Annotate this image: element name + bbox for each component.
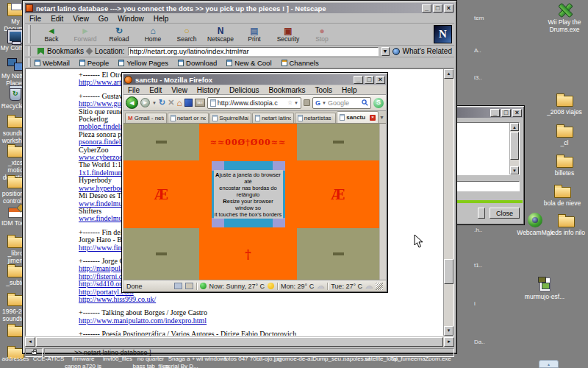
resize-grip[interactable] [376,283,383,290]
personal-toolbar-download[interactable]: Download [178,59,217,67]
tab-netart-or-nota-[interactable]: netart or nota.. [168,113,209,123]
toolbar-grip[interactable] [28,25,31,43]
address-bar[interactable]: http://www.distopia.c ☆ ▼ [207,97,301,109]
dialog-minimize-button[interactable]: _ [490,109,500,117]
menu-edit[interactable]: Edit [51,15,63,23]
desktop-icon-label[interactable]: Snaga a + serial By D... [165,355,198,368]
personal-toolbar-new-cool[interactable]: New & Cool [226,59,271,67]
desktop-icon-murmujo-file[interactable]: murmujo-esf... [524,277,565,300]
personal-toolbar-people[interactable]: People [79,59,110,67]
scroll-up-arrow[interactable]: ▲ [444,69,453,79]
horizontal-scrollbar-thumb[interactable] [36,337,443,347]
search-box[interactable]: G ▼ Google [312,97,371,109]
bookmark-star-icon[interactable]: ☆ [287,99,293,106]
weather-now[interactable]: Now: Sunny, 27° C [209,283,265,290]
locbar-grip[interactable] [28,46,31,56]
menu-edit[interactable]: Edit [149,86,162,94]
personal-toolbar-channels[interactable]: Channels [282,59,319,67]
personal-toolbar-grip[interactable] [28,58,31,67]
maximize-button[interactable]: □ [433,4,442,13]
dialog-scroll-down-arrow[interactable]: ▼ [510,166,519,174]
tag-icon[interactable] [304,99,310,106]
netscape-button[interactable]: NNetscape [204,24,237,44]
weather-mon[interactable]: Mon: 29° C [281,283,314,290]
tab-netart-latino-d-[interactable]: netart latino d.. [252,113,294,123]
home-button[interactable]: ⌂ [176,98,182,108]
firefox-close-button[interactable]: × [376,76,385,84]
reload-button[interactable]: ↻Reload [102,24,136,44]
weather-tue[interactable]: Tue: 27° C [331,283,362,290]
desktop-icon-folder-2008-viajes[interactable]: _2008 viajes [544,92,585,116]
personal-toolbar-yellow-pages[interactable]: Yellow Pages [118,59,168,67]
statusbar-grid-icon[interactable] [185,283,193,289]
dialog-maximize-button[interactable]: □ [501,109,511,117]
menu-view[interactable]: View [171,86,187,94]
menu-history[interactable]: History [197,86,220,94]
google-engine-icon[interactable]: G [315,99,320,107]
minimize-button[interactable]: _ [422,4,431,13]
menu-go[interactable]: Go [98,15,108,23]
scroll-right-arrow[interactable]: ► [444,337,454,347]
dialog-close-button[interactable]: Close [490,208,520,219]
menu-file[interactable]: File [29,15,41,23]
forward-button[interactable]: ► [140,98,150,107]
page-link[interactable]: http://www.manipulatto.com/indexpro.html [79,317,443,325]
tab-gmail-netart-[interactable]: MGmail - netart.. [125,113,167,123]
dialog-partial-button[interactable] [478,208,485,219]
dialog-list-scrollbar[interactable]: ▲ ▼ [509,123,519,174]
statusbar-image-icon[interactable] [174,283,182,289]
back-button[interactable]: ◄Back [35,24,68,44]
reload-button[interactable]: ↻ [159,98,165,107]
menu-view[interactable]: View [73,15,89,23]
menu-window[interactable]: Window [118,15,144,23]
vertical-scrollbar[interactable]: ▲ ▼ [443,69,453,336]
security-lock-icon[interactable] [25,348,43,357]
desktop-icon-folder-leds-info-nilo[interactable]: _leds info nilo [545,213,587,236]
close-button[interactable]: × [444,4,453,13]
firefox-titlebar[interactable]: sanctu - Mozilla Firefox _ □ × [123,74,386,85]
desktop-icon-folder-billetes[interactable]: billetes [544,153,585,177]
search-magnifier-icon[interactable] [362,99,368,106]
home-button[interactable]: ⌂Home [136,24,170,44]
page-link[interactable]: http://www.hiss999.co.uk/ [79,296,443,303]
tab-list-dropdown[interactable]: ▼ [379,115,384,120]
menu-file[interactable]: File [128,86,140,94]
dialog-scrollbar-thumb[interactable] [510,132,519,160]
tab-squirrelmail-1-[interactable]: SquirrelMail 1.. [209,113,251,123]
location-dropdown[interactable]: ▼ [381,47,390,56]
horizontal-scrollbar[interactable]: ◄ ► [25,337,454,347]
desktop-icon-label[interactable]: firmware canon a720 is [65,355,101,368]
desktop-icon-label[interactable]: no quarter bass tab_files [133,355,169,368]
location-input[interactable]: http://netart.org.uy/latino/index.html#a… [128,47,379,56]
address-dropdown[interactable]: ▼ [294,101,298,105]
desktop-icon-folder-cl[interactable]: _cl [544,123,585,146]
netscape-titlebar[interactable]: netart latino database ---> you connect … [25,3,454,13]
back-history-dropdown[interactable]: ▼ [152,101,157,105]
search-engine-dropdown[interactable]: ▼ [322,101,326,105]
delicious-tag-button[interactable]: TAG [195,99,205,107]
search-button[interactable]: ○Search [170,24,204,44]
back-button[interactable]: ◄ [126,96,138,109]
firefox-minimize-button[interactable]: _ [354,76,363,84]
menu-help[interactable]: Help [154,15,169,23]
desktop-icon-wii-play-the-drums[interactable]: Wii Play the Drums.exe [544,2,585,33]
whats-related-button[interactable]: What's Related [403,47,453,55]
tab-netartistas-lati-[interactable]: netartistas lati.. [295,113,337,123]
skype-extension-icon[interactable]: S [373,98,384,108]
menu-bookmarks[interactable]: Bookmarks [269,86,306,94]
firefox-maximize-button[interactable]: □ [365,76,374,84]
dialog-close-x-button[interactable]: × [512,109,522,117]
dialog-scroll-up-arrow[interactable]: ▲ [510,123,519,131]
menu-help[interactable]: Help [342,86,357,94]
desktop-icon-folder-bola-de-nieve[interactable]: bola de nieve [542,183,583,207]
print-button[interactable]: ▤Print [237,24,271,44]
menu-tools[interactable]: Tools [315,86,332,94]
scroll-down-arrow[interactable]: ▼ [444,326,453,336]
bookmarks-button[interactable]: Bookmarks [47,47,84,55]
personal-toolbar-webmail[interactable]: WebMail [35,59,70,67]
vertical-scrollbar-thumb[interactable] [444,259,453,284]
scroll-left-arrow[interactable]: ◄ [25,337,35,347]
security-button[interactable]: ▣Security [271,24,305,44]
tray-toggle-tab[interactable]: ▲ [539,360,559,368]
menu-delicious[interactable]: Delicious [229,86,259,94]
